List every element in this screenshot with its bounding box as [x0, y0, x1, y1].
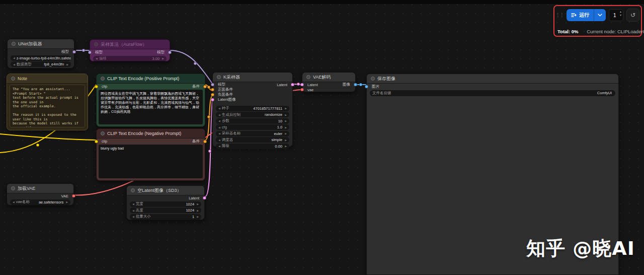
scheduler-widget[interactable]: ◀ 调度器 simple ▶: [216, 137, 289, 143]
sampler-name-widget[interactable]: ◀ 采样器名称 euler ▶: [216, 131, 289, 136]
model-input-slot[interactable]: [88, 50, 92, 54]
collapse-dot[interactable]: [371, 77, 375, 81]
comfyui-canvas[interactable]: UNet加载器 模型 ◀ z-image-turbo-fp8-e4m3fn.sa…: [0, 0, 644, 275]
next-arrow-icon[interactable]: ▶: [162, 57, 164, 60]
next-arrow-icon[interactable]: ▶: [285, 139, 287, 142]
next-arrow-icon[interactable]: ▶: [285, 126, 287, 129]
next-arrow-icon[interactable]: ▶: [66, 200, 68, 203]
height-widget[interactable]: ◀ 高度 1024 ▶: [130, 208, 201, 213]
prompt-textarea[interactable]: blurry ugly bad: [99, 145, 203, 178]
node-header[interactable]: 加载VAE: [7, 184, 73, 193]
denoise-widget[interactable]: ◀ 降噪 0.00 ▶: [216, 144, 289, 149]
node-header[interactable]: 空Latent图像（SD3）: [127, 186, 204, 195]
run-options-dropdown[interactable]: [594, 9, 606, 21]
batch-count-input[interactable]: 1 ▴ ▾: [609, 9, 623, 21]
next-arrow-icon[interactable]: ▶: [285, 145, 287, 148]
collapse-dot[interactable]: [131, 188, 135, 192]
model-output-slot[interactable]: [72, 50, 76, 53]
model-output-slot[interactable]: [168, 50, 172, 54]
negative-input-slot[interactable]: [211, 93, 214, 97]
node-header[interactable]: CLIP Text Encode (Positive Prompt): [97, 74, 205, 84]
prev-arrow-icon[interactable]: ◀: [218, 107, 220, 110]
prev-arrow-icon[interactable]: ◀: [218, 132, 220, 135]
prev-arrow-icon[interactable]: ◀: [218, 119, 220, 122]
vae-input-slot[interactable]: [300, 88, 304, 92]
next-arrow-icon[interactable]: ▶: [66, 63, 68, 66]
vae-name-widget[interactable]: ◀ vae名称 ae.safetensors ▶: [10, 199, 70, 205]
next-arrow-icon[interactable]: ▶: [285, 132, 287, 135]
node-header[interactable]: CLIP Text Encode (Negative Prompt): [97, 129, 205, 139]
steps-widget[interactable]: ◀ 步数 10 ▶: [216, 118, 289, 124]
conditioning-output-slot[interactable]: [203, 140, 207, 143]
shift-widget[interactable]: ◀ 偏移 3.00 ▶: [93, 56, 167, 61]
next-arrow-icon[interactable]: ▶: [285, 119, 287, 122]
prev-arrow-icon[interactable]: ◀: [218, 126, 220, 129]
node-header[interactable]: K采样器: [213, 73, 292, 82]
collapse-dot[interactable]: [94, 42, 98, 46]
conditioning-output-slot[interactable]: [203, 85, 207, 88]
prev-arrow-icon[interactable]: ◀: [96, 57, 98, 60]
increment-icon[interactable]: ▴: [620, 10, 621, 14]
decrement-icon[interactable]: ▾: [620, 14, 621, 17]
node-clip-text-encode-negative[interactable]: CLIP Text Encode (Negative Prompt) clip …: [96, 128, 205, 181]
node-header[interactable]: 保存图像: [367, 74, 618, 84]
node-vae-decode[interactable]: VAE解码 Latent 图像 vae: [302, 72, 356, 92]
latent-input-slot[interactable]: [211, 98, 214, 102]
prev-arrow-icon[interactable]: ◀: [132, 202, 134, 205]
image-input-slot[interactable]: [365, 85, 368, 88]
clip-input-slot[interactable]: [95, 85, 98, 88]
latent-input-slot[interactable]: [300, 83, 304, 87]
prev-arrow-icon[interactable]: ◀: [218, 145, 220, 148]
node-ksampler[interactable]: K采样器 模型 Latent 正面条件 负面条件 Latent图像 ◀ 种子 4…: [212, 72, 293, 147]
next-arrow-icon[interactable]: ▶: [285, 113, 287, 116]
node-empty-latent-image-sd3[interactable]: 空Latent图像（SD3） Latent ◀ 宽度 1024 ▶ ◀ 高度 1…: [126, 185, 205, 220]
collapse-dot[interactable]: [11, 77, 15, 81]
run-button[interactable]: 运行: [567, 9, 606, 21]
latent-output-slot[interactable]: [203, 196, 206, 200]
collapse-dot[interactable]: [306, 75, 310, 79]
image-output-slot[interactable]: [354, 83, 357, 87]
cfg-widget[interactable]: ◀ cfg 1.0 ▶: [216, 124, 289, 130]
node-header[interactable]: UNet加载器: [8, 39, 74, 49]
node-header[interactable]: VAE解码: [302, 73, 355, 82]
filename-prefix-widget[interactable]: 文件名前缀 ComfyUI: [370, 90, 615, 96]
node-header[interactable]: Note: [7, 74, 88, 84]
prev-arrow-icon[interactable]: ◀: [13, 56, 15, 59]
node-model-sampling-auraflow[interactable]: 采样算法（AuraFlow） 模型 模型 ◀ 偏移 3.00 ▶: [90, 39, 170, 61]
node-note[interactable]: Note The "You are an assistant... <Promp…: [7, 74, 88, 130]
model-input-slot[interactable]: [211, 83, 214, 87]
node-header[interactable]: 采样算法（AuraFlow）: [90, 40, 170, 49]
width-widget[interactable]: ◀ 宽度 1024 ▶: [130, 201, 201, 207]
seed-widget[interactable]: ◀ 种子 47018571777811 ▶: [216, 106, 289, 111]
prev-arrow-icon[interactable]: ◀: [13, 63, 15, 66]
prompt-textarea[interactable]: 两位西域美女在空中跳飞天舞，穿着华丽飘逸的西域飞天舞裙，丝绸飘带随动作飞舞，长发…: [99, 90, 203, 124]
collapse-dot[interactable]: [11, 186, 15, 190]
history-button[interactable]: ↺: [626, 9, 639, 22]
collapse-dot[interactable]: [101, 131, 105, 135]
latent-output-slot[interactable]: [291, 83, 294, 87]
prev-arrow-icon[interactable]: ◀: [132, 215, 134, 218]
node-clip-text-encode-positive[interactable]: CLIP Text Encode (Positive Prompt) clip …: [96, 74, 205, 127]
collapse-dot[interactable]: [12, 42, 16, 46]
next-arrow-icon[interactable]: ▶: [197, 215, 199, 218]
next-arrow-icon[interactable]: ▶: [285, 107, 287, 110]
weight-dtype-widget[interactable]: ◀ 数据类型 fp8_e4m3fn ▶: [11, 61, 71, 67]
prev-arrow-icon[interactable]: ◀: [13, 200, 15, 203]
node-unet-loader[interactable]: UNet加载器 模型 ◀ z-image-turbo-fp8-e4m3fn.sa…: [7, 39, 74, 68]
collapse-dot[interactable]: [101, 77, 105, 81]
control-after-generate-widget[interactable]: ◀ 生成后控制 randomize ▶: [216, 112, 289, 117]
prev-arrow-icon[interactable]: ◀: [218, 113, 220, 116]
note-textarea[interactable]: The "You are an assistant... <Prompt Sta…: [10, 85, 85, 127]
prev-arrow-icon[interactable]: ◀: [132, 209, 134, 212]
vae-output-slot[interactable]: [72, 194, 75, 198]
positive-input-slot[interactable]: [211, 88, 214, 92]
clip-input-slot[interactable]: [95, 140, 98, 143]
next-arrow-icon[interactable]: ▶: [197, 202, 199, 205]
unet-name-widget[interactable]: ◀ z-image-turbo-fp8-e4m3fn.safete... ▶: [11, 55, 71, 61]
next-arrow-icon[interactable]: ▶: [197, 209, 199, 212]
drag-handle-icon[interactable]: ⋮⋮: [555, 13, 564, 18]
node-load-vae[interactable]: 加载VAE VAE ◀ vae名称 ae.safetensors ▶: [7, 183, 74, 205]
collapse-dot[interactable]: [217, 75, 221, 79]
batch-size-widget[interactable]: ◀ 批量大小 1 ▶: [130, 214, 201, 220]
prev-arrow-icon[interactable]: ◀: [218, 139, 220, 142]
